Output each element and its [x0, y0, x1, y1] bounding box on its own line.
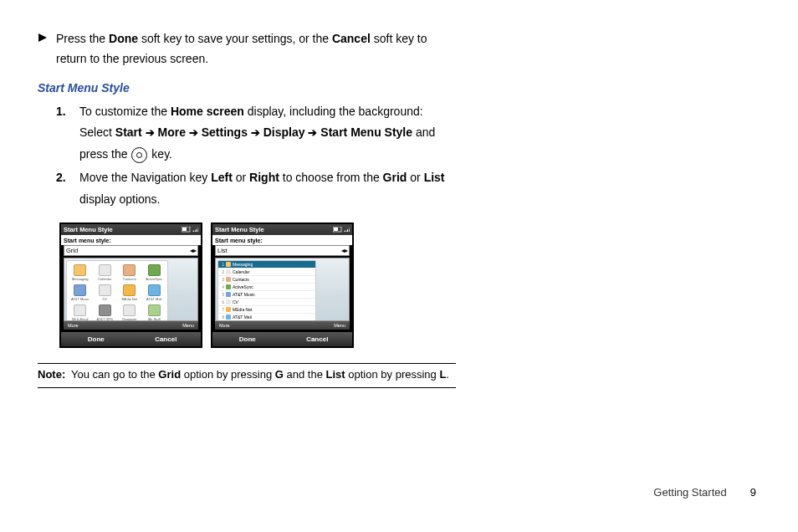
svg-rect-4 — [334, 228, 338, 231]
list-row: 8AT&T Mail — [218, 314, 315, 321]
screenshot-grid: Start Menu Style Start menu style: Grid … — [59, 223, 202, 348]
grid-icon: AT&T Mail — [143, 284, 166, 301]
page-number: 9 — [750, 486, 756, 499]
phone-select-list: List ◂ ▸ — [215, 245, 350, 256]
grid-icon: Contacts — [118, 264, 141, 281]
softkey-done: Done — [61, 335, 131, 343]
phone-title: Start Menu Style — [64, 226, 113, 233]
grid-icon: My Stuff — [143, 304, 166, 321]
step-1: To customize the Home screen display, in… — [56, 101, 456, 166]
grid-icon: Messaging — [69, 264, 92, 281]
screenshot-list: Start Menu Style Start menu style: List … — [211, 223, 354, 348]
status-icons-icon — [333, 227, 350, 233]
phone-select-grid: Grid ◂ ▸ — [64, 245, 198, 256]
status-icons-icon — [182, 227, 198, 233]
step-2: Move the Navigation key Left or Right to… — [56, 167, 456, 211]
grid-icon: AT&T Music — [69, 284, 92, 301]
spinner-arrows-icon: ◂ ▸ — [341, 247, 347, 254]
list-row: 3Contacts — [218, 276, 315, 284]
list-row: 5AT&T Music — [218, 291, 315, 299]
phone-label: Start menu style: — [61, 235, 201, 245]
list-row: 4ActiveSync — [218, 284, 315, 291]
list-row: 6CV — [218, 299, 315, 306]
intro-text: Press the Done soft key to save your set… — [56, 29, 456, 69]
svg-rect-2 — [182, 228, 187, 231]
note: Note: You can go to the Grid option by p… — [38, 364, 456, 388]
section-heading: Start Menu Style — [38, 81, 456, 95]
grid-icon: Calendar — [94, 264, 117, 281]
page-footer: Getting Started 9 — [653, 486, 756, 499]
softkey-done: Done — [212, 335, 283, 343]
grid-icon: AT&T GPS — [94, 304, 117, 321]
softkey-cancel: Cancel — [131, 335, 202, 343]
svg-marker-0 — [38, 33, 47, 42]
list-row: 7MEdia Net — [218, 306, 315, 314]
softkey-cancel: Cancel — [283, 335, 353, 343]
play-bullet-icon — [38, 29, 56, 69]
grid-icon: ActiveSync — [143, 264, 166, 281]
footer-section: Getting Started — [653, 486, 726, 499]
grid-icon: CV — [94, 284, 117, 301]
list-row: 1Messaging — [218, 261, 315, 269]
spinner-arrows-icon: ◂ ▸ — [190, 247, 196, 254]
grid-icon: IM & Email — [69, 304, 92, 321]
grid-icon: MEdia Net — [118, 284, 141, 301]
list-row: 2Calendar — [218, 269, 315, 276]
grid-icon: Organizer — [118, 304, 141, 321]
center-key-icon — [131, 147, 147, 163]
